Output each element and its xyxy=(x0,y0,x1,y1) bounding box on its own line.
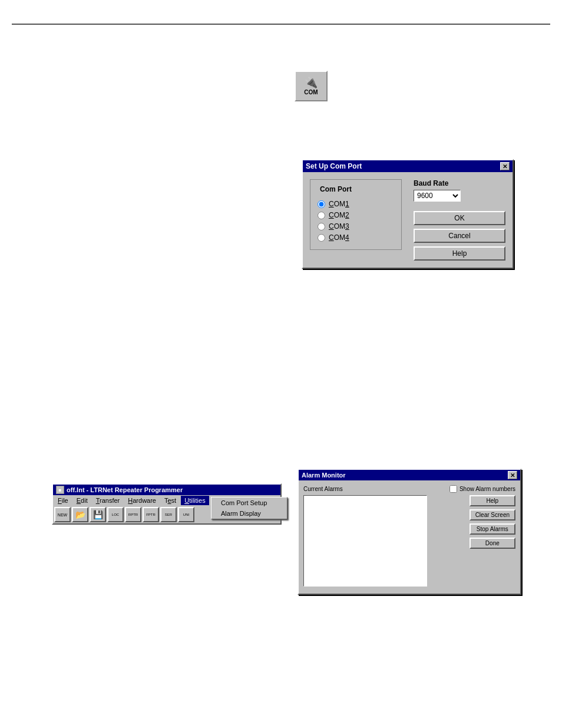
dropdown-alarm-display[interactable]: Alarm Display xyxy=(211,508,287,519)
menu-utilities[interactable]: Utilities xyxy=(181,496,209,505)
com-port-section: Com Port COM1 COM2 COM3 COM4 xyxy=(310,179,402,261)
com3-radio-item: COM3 xyxy=(318,222,394,230)
toolbar-loc[interactable]: LOC xyxy=(107,507,124,522)
menu-file[interactable]: File xyxy=(54,496,72,505)
setup-dialog-body: Com Port COM1 COM2 COM3 COM4 xyxy=(303,172,513,268)
alarm-stop-alarms-button[interactable]: Stop Alarms xyxy=(470,523,515,535)
com2-radio-item: COM2 xyxy=(318,211,394,219)
ltrnet-title-text: off.Int - LTRNet Repeater Programmer xyxy=(67,486,183,493)
com-port-group: Com Port COM1 COM2 COM3 COM4 xyxy=(310,179,402,250)
com-icon-container: 🔌 COM xyxy=(295,71,328,101)
baud-select-wrap: 1200 2400 4800 9600 19200 38400 xyxy=(414,190,505,202)
toolbar-ser[interactable]: SER xyxy=(160,507,177,522)
com2-radio[interactable] xyxy=(318,212,325,219)
alarm-list-area xyxy=(303,495,427,587)
com1-radio-item: COM1 xyxy=(318,200,394,208)
com-icon: 🔌 COM xyxy=(295,71,328,101)
setup-dialog-titlebar: Set Up Com Port ✕ xyxy=(303,160,513,172)
com4-radio[interactable] xyxy=(318,234,325,242)
baud-rate-section: Baud Rate 1200 2400 4800 9600 19200 3840… xyxy=(414,179,505,261)
toolbar-rptr[interactable]: RPTR xyxy=(125,507,141,522)
menu-test[interactable]: Test xyxy=(161,496,180,505)
alarm-content-row: Help Clear Screen Stop Alarms Done xyxy=(303,495,515,589)
setup-com-port-dialog: Set Up Com Port ✕ Com Port COM1 COM2 COM… xyxy=(302,159,514,269)
menu-hardware[interactable]: Hardware xyxy=(124,496,160,505)
com3-radio[interactable] xyxy=(318,223,325,230)
menu-transfer[interactable]: Transfer xyxy=(92,496,124,505)
current-alarms-label: Current Alarms xyxy=(303,486,343,492)
utilities-dropdown-menu: Com Port Setup Alarm Display xyxy=(211,497,287,519)
toolbar-open[interactable]: 📂 xyxy=(72,507,88,522)
menu-edit[interactable]: Edit xyxy=(73,496,91,505)
setup-dialog-close-button[interactable]: ✕ xyxy=(500,162,510,170)
dropdown-com-port-setup[interactable]: Com Port Setup xyxy=(211,498,287,508)
alarm-done-button[interactable]: Done xyxy=(470,538,515,549)
ltrnet-title-left: ■ off.Int - LTRNet Repeater Programmer xyxy=(56,486,183,494)
toolbar-fptr[interactable]: FPTR xyxy=(143,507,159,522)
com4-label: COM4 xyxy=(329,233,349,242)
com2-label: COM2 xyxy=(329,211,349,219)
cancel-button[interactable]: Cancel xyxy=(414,229,505,243)
help-button[interactable]: Help xyxy=(414,246,505,261)
com-port-legend: Com Port xyxy=(318,185,354,193)
com-icon-label: COM xyxy=(304,89,318,95)
alarm-header-row: Current Alarms Show Alarm numbers xyxy=(303,485,515,493)
top-divider xyxy=(12,24,550,25)
alarm-title: Alarm Monitor xyxy=(302,472,346,479)
alarm-titlebar: Alarm Monitor ✕ xyxy=(299,470,520,480)
setup-dialog-buttons: OK Cancel Help xyxy=(414,211,505,261)
alarm-clear-screen-button[interactable]: Clear Screen xyxy=(470,509,515,521)
com1-label: COM1 xyxy=(329,200,349,208)
alarm-help-button[interactable]: Help xyxy=(470,495,515,506)
show-alarms-wrapper: Show Alarm numbers xyxy=(449,485,515,493)
ltrnet-title-icon: ■ xyxy=(56,486,64,494)
show-alarms-checkbox[interactable] xyxy=(449,485,457,493)
alarm-monitor-dialog: Alarm Monitor ✕ Current Alarms Show Alar… xyxy=(297,469,521,595)
alarm-buttons-column: Help Clear Screen Stop Alarms Done xyxy=(470,495,515,589)
toolbar-new[interactable]: NEW xyxy=(54,507,71,522)
ok-button[interactable]: OK xyxy=(414,211,505,225)
ltrnet-titlebar: ■ off.Int - LTRNet Repeater Programmer xyxy=(53,485,280,495)
baud-rate-select[interactable]: 1200 2400 4800 9600 19200 38400 xyxy=(414,190,461,202)
com-icon-graphic: 🔌 xyxy=(305,77,318,88)
baud-rate-area: Baud Rate 1200 2400 4800 9600 19200 3840… xyxy=(414,179,505,202)
show-alarms-label: Show Alarm numbers xyxy=(459,486,515,492)
toolbar-uni[interactable]: UNI xyxy=(178,507,194,522)
setup-dialog-title: Set Up Com Port xyxy=(306,162,362,170)
com4-radio-item: COM4 xyxy=(318,233,394,242)
baud-rate-label: Baud Rate xyxy=(414,179,505,187)
alarm-close-button[interactable]: ✕ xyxy=(508,471,517,479)
com1-radio[interactable] xyxy=(318,200,325,208)
com3-label: COM3 xyxy=(329,222,349,230)
toolbar-save[interactable]: 💾 xyxy=(90,507,106,522)
alarm-body: Current Alarms Show Alarm numbers Help C… xyxy=(299,480,520,594)
